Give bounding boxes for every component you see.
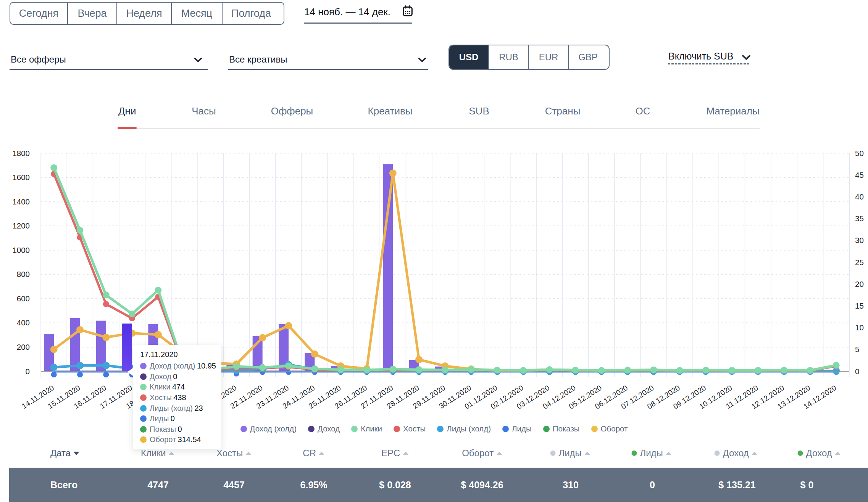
svg-text:400: 400 — [17, 318, 30, 327]
svg-text:20: 20 — [855, 280, 864, 288]
svg-text:200: 200 — [17, 343, 30, 351]
svg-text:15: 15 — [855, 301, 864, 310]
svg-text:5: 5 — [855, 345, 859, 354]
svg-text:1600: 1600 — [12, 173, 30, 182]
svg-text:800: 800 — [17, 270, 30, 278]
svg-text:1800: 1800 — [12, 149, 30, 158]
svg-text:600: 600 — [17, 294, 30, 303]
svg-text:10: 10 — [855, 323, 864, 332]
svg-text:35: 35 — [855, 214, 864, 223]
svg-text:50: 50 — [855, 149, 864, 158]
svg-text:1400: 1400 — [12, 197, 30, 206]
svg-text:0: 0 — [26, 367, 30, 376]
svg-text:40: 40 — [855, 192, 864, 201]
svg-text:1000: 1000 — [12, 246, 30, 254]
svg-text:0: 0 — [855, 367, 859, 376]
svg-text:1200: 1200 — [12, 221, 30, 230]
svg-text:30: 30 — [855, 236, 864, 245]
svg-text:45: 45 — [855, 171, 864, 179]
svg-text:25: 25 — [855, 258, 864, 267]
